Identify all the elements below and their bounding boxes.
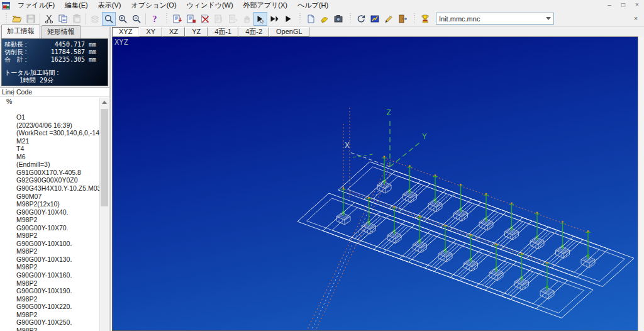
toolbar-group-handle (299, 13, 302, 25)
capture-button[interactable] (331, 12, 345, 26)
sim-to-top-button[interactable] (170, 12, 184, 26)
column-header-code: Code (14, 88, 32, 96)
plot-view-button[interactable] (368, 12, 382, 26)
zoom-tool-button[interactable] (102, 12, 116, 26)
menu-item-5[interactable]: 外部アプリ(X) (238, 0, 292, 11)
gcode-text: M98P2 (16, 279, 37, 287)
length-value: 11784.587 (40, 48, 85, 56)
toolbar-close-button[interactable]: × (630, 13, 641, 25)
gcode-row[interactable]: G90G43H4X10.Y-10.Z5.M03S1100 (0, 184, 99, 193)
menu-item-6[interactable]: ヘルプ(H) (292, 0, 333, 11)
gcode-row[interactable]: M98P2 (0, 247, 99, 255)
toolbar-separator (145, 13, 146, 25)
gcode-row[interactable]: O1 (0, 113, 99, 121)
milestone-button[interactable] (418, 12, 432, 26)
menu-item-4[interactable]: ウィンドウ(W) (182, 0, 238, 11)
close-window-button[interactable]: × (630, 1, 644, 10)
gcode-row[interactable]: T4 (0, 145, 99, 153)
edit-pen-button[interactable] (382, 12, 396, 26)
gcode-row[interactable]: M98P2 (0, 327, 99, 331)
menu-item-0[interactable]: ファイル(F) (13, 0, 60, 11)
view-tab-OpenGL[interactable]: OpenGL (269, 27, 309, 36)
gcode-row[interactable]: G90G00Y-10X130. (0, 255, 99, 264)
restore-window-button[interactable]: □ (616, 1, 630, 10)
page-blue-icon (306, 14, 316, 24)
gcode-row[interactable]: M98P2 (0, 311, 99, 319)
gcode-row[interactable]: % (0, 98, 99, 106)
folder-icon (12, 14, 22, 24)
step-run-button[interactable] (267, 12, 281, 26)
combobox-dropdown-icon[interactable] (543, 13, 553, 24)
refresh-button[interactable] (354, 12, 368, 26)
menu-item-2[interactable]: 表示(V) (93, 0, 126, 11)
cut-button[interactable] (42, 12, 56, 26)
menu-item-3[interactable]: オプション(O) (126, 0, 181, 11)
gcode-row[interactable]: G90G00Y-10X220. (0, 303, 99, 311)
run-button[interactable] (281, 12, 295, 26)
gcode-row[interactable]: G90G00Y-10X40. (0, 208, 99, 216)
filename-combobox[interactable]: Init.mmc.mnc (436, 13, 554, 25)
sim-cancel-button[interactable] (198, 12, 212, 26)
view-tab-4面-2[interactable]: 4面-2 (238, 27, 269, 36)
gcode-row[interactable]: M98P2 (0, 263, 99, 271)
view-tab-XYZ[interactable]: XYZ (112, 27, 139, 36)
viewport-right-scrollbar[interactable] (638, 36, 644, 331)
gcode-row[interactable]: (Endmill=3) (0, 160, 99, 169)
gcode-row[interactable]: M21 (0, 137, 99, 145)
gcode-row[interactable]: M98P2 (0, 295, 99, 303)
gcode-row[interactable]: G91G00X170.Y-405.8 (0, 169, 99, 177)
help-button[interactable]: ? (148, 12, 162, 26)
gcode-text: G90G00Y-10X190. (16, 287, 72, 295)
gcode-row[interactable]: (2023/04/06 16:39) (0, 121, 99, 130)
gcode-row[interactable]: G90G00Y-10X70. (0, 224, 99, 232)
gcode-list: Line Code %O1(2023/04/06 16:39)(WorkRect… (0, 87, 109, 331)
gcode-row[interactable]: (WorkRect =300,140,6,0,-140,-6) (0, 129, 99, 137)
trace-run-button[interactable] (253, 12, 267, 26)
scrollbar-up-arrow-icon[interactable] (100, 98, 109, 106)
view-tab-XZ[interactable]: XZ (162, 27, 185, 36)
length-row: 切削長 :11784.587mm (4, 48, 105, 56)
view-tab-XY[interactable]: XY (139, 27, 162, 36)
copy-button[interactable] (56, 12, 70, 26)
exit-app-button[interactable] (396, 12, 409, 26)
info-tab-1[interactable]: 矩形情報 (42, 25, 80, 38)
menu-item-1[interactable]: 編集(E) (60, 0, 93, 11)
zoom-out-button[interactable] (130, 12, 143, 26)
scrollbar-thumb[interactable] (101, 109, 108, 206)
open-file-button[interactable] (10, 12, 24, 26)
minimize-window-button[interactable]: – (602, 1, 616, 10)
gcode-row[interactable] (0, 106, 99, 114)
gcode-row[interactable]: G90G00Y-10X160. (0, 271, 99, 279)
paste-icon (72, 14, 82, 24)
view-tab-4面-1[interactable]: 4面-1 (208, 27, 238, 36)
view-tab-YZ[interactable]: YZ (185, 27, 208, 36)
gcode-row[interactable]: G90G00Y-10X250. (0, 318, 99, 327)
gcode-scrollbar[interactable] (99, 98, 109, 331)
gcode-row[interactable]: M98P2 (0, 216, 99, 224)
gcode-row[interactable]: G90G00Y-10X190. (0, 287, 99, 295)
zoom-in-button[interactable] (116, 12, 130, 26)
gcode-row[interactable]: G90M07 (0, 193, 99, 201)
gold-icon (319, 14, 330, 24)
gcode-rows[interactable]: %O1(2023/04/06 16:39)(WorkRect =300,140,… (0, 98, 99, 331)
app-icon (2, 2, 10, 9)
gcode-text: (2023/04/06 16:39) (16, 121, 72, 129)
3d-viewport[interactable]: XYZ ZYX (112, 36, 638, 331)
nc-viewer-window: ファイル(F)編集(E)表示(V)オプション(O)ウィンドウ(W)外部アプリ(X… (0, 0, 644, 331)
length-value: 16235.305 (40, 56, 85, 64)
doc-dl-icon (172, 14, 182, 24)
gcode-row[interactable]: G90G00Y-10X100. (0, 240, 99, 248)
gcode-row[interactable]: M6 (0, 153, 99, 161)
gcode-text: G90G00Y-10X100. (16, 240, 72, 247)
gcode-row[interactable]: M98P2 (0, 232, 99, 240)
gold-tool-button[interactable] (318, 12, 331, 26)
info-tab-0[interactable]: 加工情報 (1, 25, 40, 38)
doc-gray2-icon (228, 14, 238, 24)
gcode-row[interactable]: M98P2(12x10) (0, 200, 99, 208)
gcode-row[interactable]: G92G90G00X0Y0Z0 (0, 176, 99, 184)
toolbar-separator (86, 13, 86, 25)
help-icon: ? (150, 14, 160, 24)
sim-stop-at-button[interactable] (184, 12, 198, 26)
gcode-row[interactable]: M98P2 (0, 279, 99, 288)
new-window-button[interactable] (304, 12, 318, 26)
